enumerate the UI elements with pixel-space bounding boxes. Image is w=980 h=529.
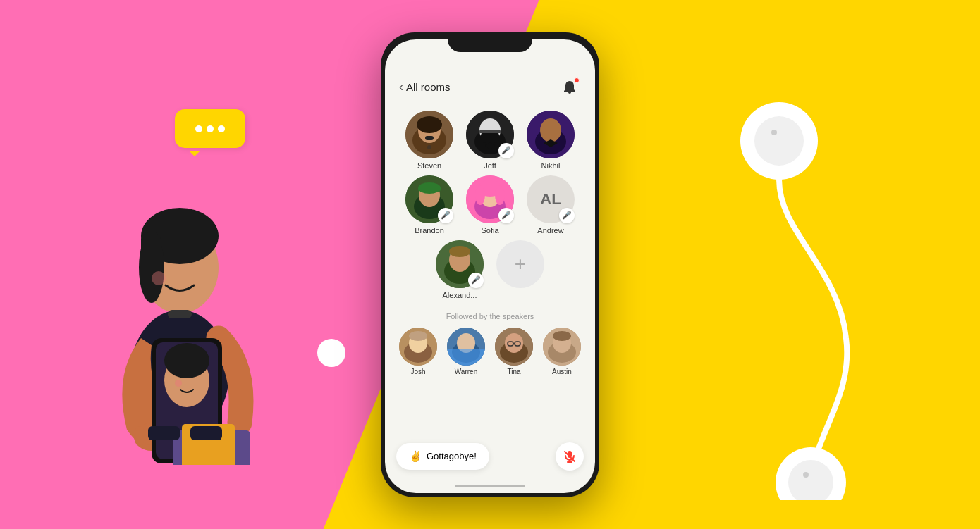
- follower-warren: Warren: [444, 328, 488, 375]
- speaker-sofia-name: Sofia: [481, 226, 498, 235]
- speaker-jeff: 🎤 Jeff: [463, 111, 517, 170]
- back-button[interactable]: ‹ All rooms: [399, 80, 451, 94]
- leave-label: Gottagobye!: [427, 451, 477, 461]
- leave-button[interactable]: ✌️ Gottagobye!: [396, 443, 489, 470]
- follower-tina-avatar: [495, 328, 533, 366]
- home-indicator: [455, 485, 525, 487]
- main-phone: ‹ All rooms: [381, 32, 599, 497]
- add-speaker-btn[interactable]: +: [496, 240, 544, 288]
- speaker-alexander-name: Alexand...: [443, 291, 477, 299]
- svg-rect-20: [148, 426, 180, 440]
- svg-point-16: [164, 343, 209, 378]
- svg-point-46: [495, 185, 505, 205]
- phone-notch: [448, 32, 532, 52]
- speaker-steven-avatar-wrap: [405, 111, 453, 158]
- leave-emoji: ✌️: [409, 450, 422, 463]
- add-speaker-wrap: +: [496, 240, 544, 288]
- speaker-nikhil-avatar-wrap: [527, 111, 575, 158]
- mic-muted-icon-andrew: 🎤: [562, 211, 572, 220]
- speaker-steven: Steven: [402, 111, 457, 170]
- speaker-brandon-name: Brandon: [415, 226, 444, 235]
- speaker-jeff-name: Jeff: [484, 161, 496, 170]
- speaker-nikhil: Nikhil: [523, 111, 578, 170]
- svg-rect-9: [135, 426, 144, 446]
- back-label: All rooms: [406, 81, 451, 93]
- speaker-andrew-initials: AL: [540, 190, 561, 209]
- svg-point-45: [475, 185, 485, 205]
- svg-rect-21: [190, 426, 222, 440]
- speaker-nikhil-name: Nikhil: [541, 161, 561, 170]
- speaker-alexander-mic-badge: 🎤: [468, 273, 484, 288]
- speaker-brandon: 🎤 Brandon: [402, 175, 457, 235]
- followers-grid: Josh Warren: [396, 328, 584, 375]
- svg-point-25: [417, 116, 442, 133]
- svg-rect-32: [479, 130, 501, 133]
- speaker-jeff-mic-badge: 🎤: [498, 143, 514, 158]
- speaker-alexander: 🎤 Alexand...: [432, 240, 487, 299]
- notification-dot: [574, 77, 580, 83]
- mic-muted-icon: 🎤: [501, 146, 511, 155]
- speaker-nikhil-avatar: [527, 111, 575, 158]
- bottom-bar: ✌️ Gottagobye!: [385, 435, 595, 485]
- add-icon: +: [515, 253, 526, 275]
- speaker-jeff-avatar-wrap: 🎤: [466, 111, 514, 158]
- follower-warren-avatar: [447, 328, 485, 366]
- follower-austin-name: Austin: [552, 368, 572, 375]
- speaker-sofia-mic-badge: 🎤: [498, 208, 514, 223]
- svg-rect-7: [168, 310, 192, 318]
- mic-muted-icon-sofia: 🎤: [501, 211, 511, 220]
- speaker-andrew-name: Andrew: [537, 226, 563, 235]
- speaker-brandon-avatar-wrap: 🎤: [405, 175, 453, 223]
- mic-muted-icon-brandon: 🎤: [441, 211, 451, 220]
- notification-bell[interactable]: [558, 76, 581, 99]
- add-speaker-label: [519, 291, 521, 299]
- phone-screen: ‹ All rooms: [385, 39, 595, 493]
- speaker-alexander-avatar-wrap: 🎤: [436, 240, 484, 288]
- mic-muted-icon-alexander: 🎤: [471, 275, 481, 285]
- follower-josh: Josh: [396, 328, 440, 375]
- svg-point-78: [803, 472, 809, 478]
- followed-section-label: Followed by the speakers: [392, 306, 588, 328]
- follower-warren-name: Warren: [455, 368, 477, 375]
- svg-point-74: [754, 116, 804, 166]
- speaker-steven-avatar: [405, 111, 453, 158]
- speakers-section: Steven: [392, 107, 588, 306]
- speaker-sofia: 🎤 Sofia: [463, 175, 517, 235]
- follower-josh-avatar: [399, 328, 437, 366]
- app-content: Steven: [385, 107, 595, 435]
- svg-rect-31: [480, 132, 500, 143]
- svg-point-54: [409, 331, 427, 341]
- follower-austin-avatar: [543, 328, 581, 366]
- speaker-brandon-mic-badge: 🎤: [438, 208, 453, 223]
- speaker-sofia-avatar-wrap: 🎤: [466, 175, 514, 223]
- svg-point-17: [175, 380, 182, 387]
- speaker-steven-name: Steven: [417, 161, 441, 170]
- svg-point-35: [540, 118, 561, 142]
- person-illustration: [42, 106, 324, 465]
- back-arrow-icon: ‹: [399, 80, 403, 94]
- svg-point-75: [771, 130, 777, 135]
- app-header: ‹ All rooms: [385, 70, 595, 107]
- svg-point-50: [449, 246, 470, 257]
- svg-rect-27: [425, 136, 434, 140]
- speakers-grid: Steven: [396, 111, 584, 299]
- follower-josh-name: Josh: [410, 368, 425, 375]
- follower-austin: Austin: [540, 328, 584, 375]
- svg-point-26: [427, 145, 431, 149]
- svg-point-68: [553, 331, 571, 341]
- add-speaker[interactable]: +: [493, 240, 548, 299]
- svg-point-6: [152, 271, 166, 285]
- speaker-andrew-avatar-wrap: AL 🎤: [527, 175, 575, 223]
- follower-tina-name: Tina: [507, 368, 520, 375]
- speaker-andrew: AL 🎤 Andrew: [523, 175, 578, 235]
- follower-tina: Tina: [492, 328, 536, 375]
- mute-button[interactable]: [556, 442, 584, 471]
- followed-section: Josh Warren: [392, 328, 588, 375]
- svg-rect-58: [447, 349, 485, 366]
- speaker-andrew-mic-badge: 🎤: [559, 208, 575, 223]
- earphones: [712, 92, 938, 503]
- svg-rect-40: [418, 188, 441, 191]
